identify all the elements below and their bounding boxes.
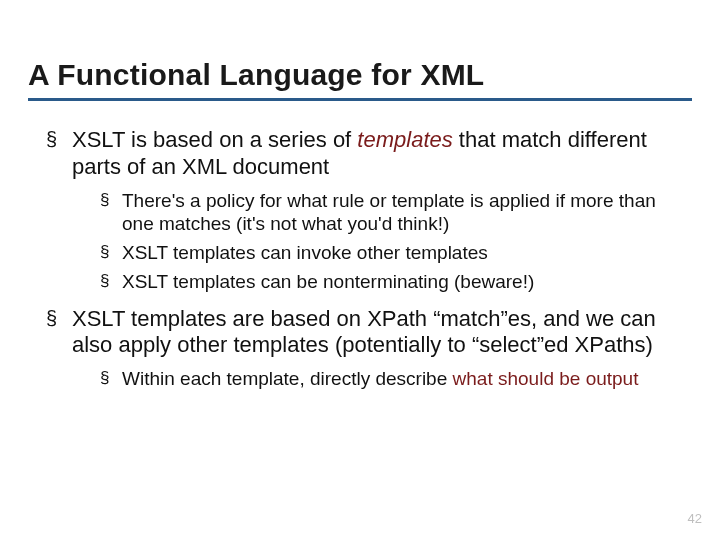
bullet-text: XSLT is based on a series of bbox=[72, 127, 357, 152]
list-item: Within each template, directly describe … bbox=[100, 367, 692, 391]
bullet-list: XSLT is based on a series of templates t… bbox=[46, 127, 692, 391]
bullet-text: Within each template, directly describe bbox=[122, 368, 453, 389]
bullet-text: XSLT templates can invoke other template… bbox=[122, 242, 488, 263]
bullet-text: XSLT templates can be nonterminating (be… bbox=[122, 271, 534, 292]
list-item: XSLT templates can be nonterminating (be… bbox=[100, 270, 692, 294]
bullet-text: There's a policy for what rule or templa… bbox=[122, 190, 656, 235]
bullet-text: XSLT templates are based on XPath “match… bbox=[72, 306, 656, 358]
sub-bullet-list: Within each template, directly describe … bbox=[100, 367, 692, 391]
slide-title: A Functional Language for XML bbox=[28, 58, 692, 101]
list-item: XSLT is based on a series of templates t… bbox=[46, 127, 692, 294]
sub-bullet-list: There's a policy for what rule or templa… bbox=[100, 189, 692, 294]
list-item: There's a policy for what rule or templa… bbox=[100, 189, 692, 237]
list-item: XSLT templates are based on XPath “match… bbox=[46, 306, 692, 391]
list-item: XSLT templates can invoke other template… bbox=[100, 241, 692, 265]
keyword-italic: templates bbox=[357, 127, 452, 152]
page-number: 42 bbox=[688, 511, 702, 526]
keyword-colored: what should be output bbox=[453, 368, 639, 389]
